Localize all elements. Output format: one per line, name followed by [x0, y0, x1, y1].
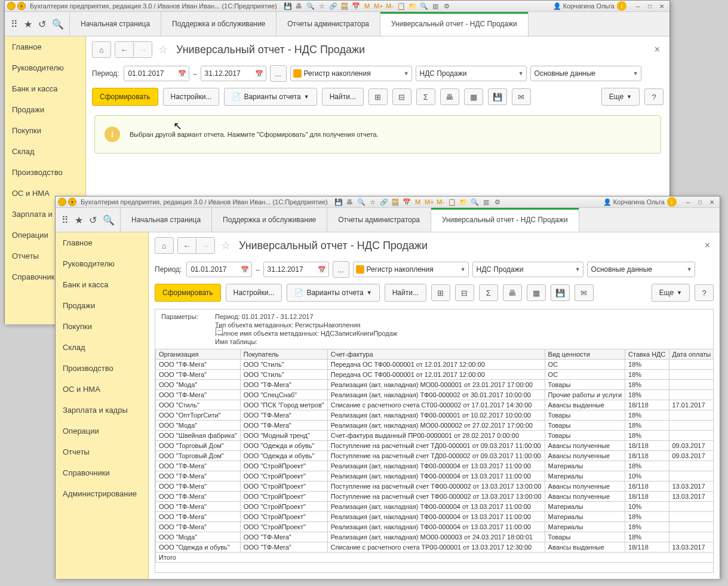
close-icon[interactable]: ✕: [707, 197, 717, 207]
table-row[interactable]: ООО "ТФ-Mera"ООО "СтройПроект"Реализация…: [156, 461, 714, 471]
maximize-icon[interactable]: □: [644, 1, 655, 11]
email-icon[interactable]: ✉: [575, 284, 594, 301]
back-button[interactable]: ←: [178, 238, 196, 253]
settings-icon[interactable]: ⚙: [442, 1, 451, 11]
source-select[interactable]: Регистр накопления▼: [290, 66, 412, 81]
help-button[interactable]: ?: [644, 88, 664, 105]
tab[interactable]: Универсальный отчет - НДС Продажи: [431, 208, 579, 232]
save-file-icon[interactable]: 💾: [551, 284, 570, 301]
link-icon[interactable]: 🔗: [328, 1, 338, 11]
table-icon[interactable]: ▦: [527, 284, 546, 301]
find-button[interactable]: Найти...: [385, 284, 426, 302]
forward-button[interactable]: →: [134, 42, 152, 57]
table-row[interactable]: ООО "ОптТоргСити"ООО "ТФ-Mera"Реализация…: [156, 410, 714, 421]
tab[interactable]: Отчеты администратора: [276, 12, 380, 36]
preview-icon[interactable]: 🔍: [357, 197, 366, 207]
m-icon[interactable]: M: [363, 1, 372, 11]
period-picker-button[interactable]: ...: [333, 261, 349, 278]
star-outline-icon[interactable]: ☆: [221, 239, 231, 252]
calendar-icon[interactable]: 📅: [318, 266, 326, 274]
expand-icon[interactable]: ⊞: [431, 284, 450, 301]
help-button[interactable]: ?: [695, 284, 714, 301]
search-icon[interactable]: 🔍: [470, 197, 480, 207]
forward-button[interactable]: →: [196, 238, 214, 253]
m-plus-icon[interactable]: M+: [425, 197, 434, 207]
apps-icon[interactable]: ⠿: [62, 214, 69, 226]
folder-icon[interactable]: 📁: [459, 197, 468, 207]
date-to-input[interactable]: 31.12.2017📅: [263, 262, 329, 277]
search-icon[interactable]: 🔍: [103, 214, 115, 226]
preview-icon[interactable]: 🔍: [306, 1, 315, 11]
print-icon[interactable]: 🖶: [440, 88, 459, 105]
collapse-toggle[interactable]: –: [216, 327, 223, 335]
settings-icon[interactable]: ⚙: [493, 197, 502, 207]
save-icon[interactable]: 💾: [334, 197, 343, 207]
m-icon[interactable]: M: [413, 197, 423, 207]
table-row[interactable]: ООО "Мода"ООО "ТФ-Mera"Реализация (акт, …: [156, 380, 714, 390]
sum-icon[interactable]: Σ: [479, 284, 498, 301]
email-icon[interactable]: ✉: [512, 88, 531, 105]
date-from-input[interactable]: 01.01.2017📅: [186, 262, 252, 277]
star-icon[interactable]: ☆: [368, 197, 377, 207]
save-file-icon[interactable]: 💾: [488, 88, 507, 105]
table-row[interactable]: ООО "ТФ-Mera"ООО "СтройПроект"Поступлени…: [156, 492, 714, 502]
table-row[interactable]: ООО "ТФ-Mera"ООО "Стиль"Передача ОС ТФ00…: [156, 360, 714, 370]
table-row[interactable]: ООО "ТФ-Mera"ООО "СтройПроект"Реализация…: [156, 522, 714, 532]
print-icon[interactable]: 🖶: [294, 1, 304, 11]
more-button[interactable]: Еще ▼: [652, 284, 690, 302]
user-label[interactable]: 👤 Корчагина Ольга: [603, 198, 665, 206]
sidebar-item[interactable]: Покупки: [56, 316, 148, 337]
sidebar-item[interactable]: Руководителю: [56, 253, 148, 274]
table-icon[interactable]: ▦: [464, 88, 483, 105]
panels-icon[interactable]: ▥: [431, 1, 440, 11]
dropdown-icon[interactable]: ▾: [68, 198, 76, 206]
variants-button[interactable]: 📄 Варианты отчета ▼: [287, 284, 379, 302]
sidebar-item[interactable]: Операции: [56, 421, 148, 441]
close-icon[interactable]: ✕: [656, 1, 667, 11]
search-icon[interactable]: 🔍: [419, 1, 429, 11]
period-picker-button[interactable]: ...: [270, 65, 287, 82]
calendar-icon[interactable]: 📅: [255, 70, 263, 78]
m-minus-icon[interactable]: M-: [385, 1, 395, 11]
history-icon[interactable]: ↺: [89, 214, 97, 226]
close-tab-button[interactable]: ×: [651, 44, 664, 55]
home-button[interactable]: ⌂: [92, 41, 111, 58]
form-button[interactable]: Сформировать: [155, 284, 221, 302]
tab[interactable]: Начальная страница: [120, 208, 212, 232]
form-button[interactable]: Сформировать: [92, 88, 158, 106]
dropdown-icon[interactable]: ▾: [17, 2, 26, 10]
info-icon[interactable]: i: [667, 197, 677, 207]
clipboard-icon[interactable]: 📋: [397, 1, 406, 11]
table-row[interactable]: ООО "ТФ-Mera"ООО "СтройПроект"Реализация…: [156, 512, 714, 522]
table-row[interactable]: ООО "ТФ-Mera"ООО "СтройПроект"Реализация…: [156, 502, 714, 512]
sidebar-item[interactable]: Склад: [56, 337, 148, 358]
date-to-input[interactable]: 31.12.2017📅: [201, 66, 266, 81]
object-select[interactable]: НДС Продажи▼: [416, 66, 527, 81]
sidebar-item[interactable]: Покупки: [5, 120, 85, 141]
find-button[interactable]: Найти...: [322, 88, 364, 106]
table-row[interactable]: ООО "ТФ-Mera"ООО "Стиль"Передача ОС ТФ00…: [156, 370, 714, 380]
minimize-icon[interactable]: –: [683, 197, 693, 207]
table-row[interactable]: ООО "Мода"ООО "ТФ-Mera"Реализация (акт, …: [156, 532, 714, 542]
back-button[interactable]: ←: [115, 42, 134, 57]
table-select[interactable]: Основные данные▼: [530, 66, 641, 81]
table-row[interactable]: ООО "Швейная фабрика"ООО "Модный тренд"С…: [156, 431, 714, 441]
user-label[interactable]: 👤 Корчагина Ольга: [553, 2, 615, 10]
close-tab-button[interactable]: ×: [701, 240, 714, 251]
apps-icon[interactable]: ⠿: [11, 19, 18, 30]
object-select[interactable]: НДС Продажи▼: [472, 262, 583, 277]
m-plus-icon[interactable]: M+: [374, 1, 383, 11]
sidebar-item[interactable]: Отчеты: [56, 441, 148, 462]
table-row[interactable]: ООО "Стиль"ООО "ПСК "Город метров"Списан…: [156, 400, 714, 410]
minimize-icon[interactable]: –: [632, 1, 643, 11]
table-row[interactable]: ООО "Торговый Дом"ООО "Одежда и обувь"По…: [156, 441, 714, 451]
save-icon[interactable]: 💾: [283, 1, 293, 11]
calc-icon[interactable]: 🧮: [391, 197, 400, 207]
tab[interactable]: Поддержка и обслуживание: [161, 12, 277, 36]
search-icon[interactable]: 🔍: [52, 19, 64, 30]
maximize-icon[interactable]: □: [695, 197, 705, 207]
star-outline-icon[interactable]: ☆: [158, 43, 168, 56]
favorite-icon[interactable]: ★: [75, 214, 83, 226]
sidebar-item[interactable]: Банк и касса: [56, 274, 148, 295]
collapse-icon[interactable]: ⊟: [392, 88, 411, 105]
